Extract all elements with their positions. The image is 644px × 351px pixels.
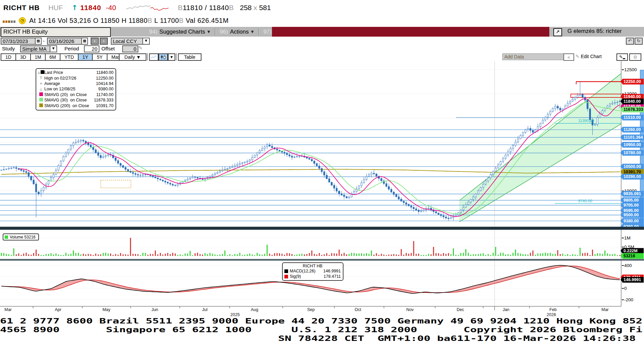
trendline-price-label: 11390.00 (578, 119, 594, 123)
legend-row: SMAVG (30) on Close11678.333 (38, 97, 113, 103)
macd-legend-row: Sig(9)178.4711 (284, 274, 341, 279)
legend-swatch: ⊥ (38, 87, 44, 91)
macd-legend-value: 146.9991 (323, 269, 341, 273)
panel-divider[interactable] (0, 227, 644, 230)
bloomberg-chart-window: RICHT HB HUF ↑ 11840 -40 B11810 / 11840B… (0, 0, 644, 351)
macd-legend-title: RICHT HB (284, 264, 341, 268)
macd-legend-row: MACD(12,26)146.9991 (284, 268, 341, 274)
legend-row: SMAVG (20) on Close11740.00 (38, 92, 113, 97)
legend-value: 10414.94 (96, 81, 113, 86)
legend-label: SMAVG (30) on Close (44, 98, 94, 102)
legend-row: ⊟Last Price11840.00 (38, 70, 113, 75)
legend-row: THigh on 02/27/2612250.00 (38, 75, 113, 81)
price-legend[interactable]: ⊟Last Price11840.00THigh on 02/27/261225… (36, 68, 116, 111)
volume-swatch (5, 235, 8, 239)
legend-swatch (38, 103, 44, 108)
legend-swatch (38, 92, 44, 97)
legend-value: 11740.00 (96, 92, 113, 97)
volume-legend-label: Volume 53216 (10, 235, 36, 239)
volume-legend[interactable]: Volume 53216 (3, 233, 39, 240)
legend-row: ⊥Low on 12/08/259380.00 (38, 86, 113, 92)
legend-label: Average (44, 81, 96, 86)
trendline-price-label: 9740.00 (578, 199, 592, 203)
legend-value: 11840.00 (96, 70, 113, 75)
macd-legend[interactable]: RICHT HB MACD(12,26)146.9991Sig(9)178.47… (282, 262, 343, 281)
legend-label: SMAVG (20) on Close (44, 92, 96, 97)
legend-label: SMAVG (200) on Close (44, 103, 96, 108)
legend-swatch (38, 98, 44, 102)
legend-value: 11678.333 (94, 98, 113, 102)
legend-swatch: T (38, 76, 44, 80)
legend-label: High on 02/27/26 (44, 76, 96, 81)
panel-divider[interactable] (0, 259, 644, 261)
legend-swatch: ⊟ (38, 70, 44, 75)
legend-value: 10391.70 (96, 103, 113, 108)
legend-swatch: + (38, 81, 44, 86)
legend-label: Last Price (44, 70, 96, 75)
legend-row: +Average10414.94 (38, 81, 113, 86)
macd-legend-value: 178.4711 (324, 274, 341, 279)
legend-value: 9380.00 (98, 87, 113, 91)
legend-row: SMAVG (200) on Close10391.70 (38, 103, 113, 108)
legend-value: 12250.00 (96, 76, 113, 81)
legend-label: Low on 12/08/25 (44, 87, 98, 91)
chart-plot-area[interactable] (0, 0, 644, 351)
vertical-scrollbar[interactable] (640, 70, 644, 226)
